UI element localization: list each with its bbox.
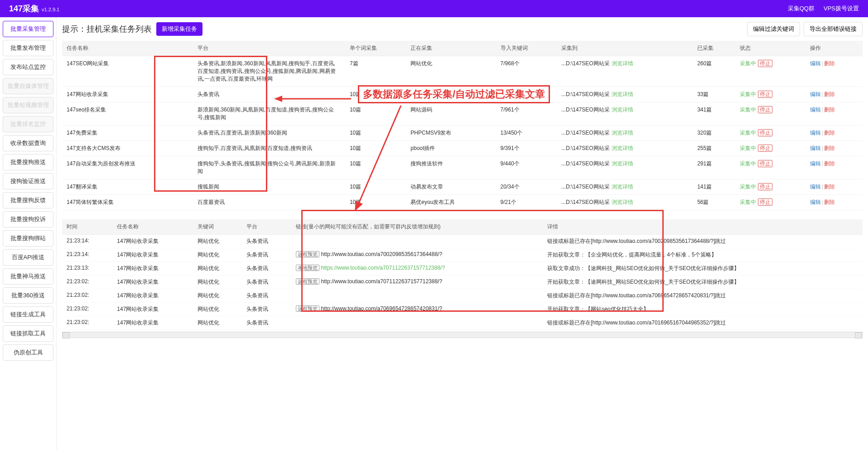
delete-link[interactable]: 删除 xyxy=(824,91,835,97)
log-keyword-cell: 网站优化 xyxy=(193,303,242,316)
log-platform-cell: 头条资讯 xyxy=(242,235,291,248)
view-detail-link[interactable]: 浏览详情 xyxy=(612,160,633,167)
stop-button[interactable]: 停止 xyxy=(758,198,772,206)
collected-cell: 320篇 xyxy=(693,126,735,141)
sidebar-item-2[interactable]: 发布站点监控 xyxy=(3,59,53,75)
log-platform-cell: 头条资讯 xyxy=(242,289,291,303)
sidebar-item-14[interactable]: 批量360推送 xyxy=(3,287,53,304)
op-cell: 编辑|删除 xyxy=(805,87,863,102)
edit-filter-button[interactable]: 编辑过滤关键词 xyxy=(747,22,800,36)
view-detail-link[interactable]: 浏览详情 xyxy=(612,184,633,190)
collect-to-cell: ...D:\147SEO网站采浏览详情 xyxy=(557,179,693,195)
delete-link[interactable]: 删除 xyxy=(824,184,835,190)
collecting-cell: 易优eyou发布工具 xyxy=(406,195,496,210)
edit-link[interactable]: 编辑 xyxy=(810,130,821,136)
status-badge: 采集中 xyxy=(740,106,756,113)
collecting-cell: PHPCMSV9发布 xyxy=(406,126,496,141)
qq-group-link[interactable]: 采集QQ群 xyxy=(788,5,815,13)
log-time-cell: 21:23:02: xyxy=(62,276,112,289)
op-cell: 编辑|删除 xyxy=(805,195,863,210)
edit-link[interactable]: 编辑 xyxy=(810,145,821,151)
edit-link[interactable]: 编辑 xyxy=(810,184,821,190)
task-header-cell: 平台 xyxy=(193,41,345,56)
sidebar-item-1[interactable]: 批量发布管理 xyxy=(3,40,53,56)
task-header-cell: 导入关键词 xyxy=(496,41,557,56)
app-header: 147采集 v1.2.9.1 采集QQ群 VPS拨号设置 xyxy=(0,0,868,17)
delete-link[interactable]: 删除 xyxy=(824,199,835,205)
stop-button[interactable]: 停止 xyxy=(758,145,772,152)
log-platform-cell: 头条资讯 xyxy=(242,248,291,262)
sidebar-item-10[interactable]: 批量搜狗投诉 xyxy=(3,211,53,227)
collected-cell: 141篇 xyxy=(693,179,735,195)
horizontal-scrollbar[interactable] xyxy=(62,332,863,338)
delete-link[interactable]: 删除 xyxy=(824,160,835,167)
sidebar-item-5: 批量排名监控 xyxy=(3,116,53,132)
platform-cell: 百度最资讯 xyxy=(193,195,345,210)
keywords-cell: 7/968个 xyxy=(496,56,557,87)
task-header-cell: 已采集 xyxy=(693,41,735,56)
sidebar-item-7[interactable]: 批量搜狗推送 xyxy=(3,154,53,170)
log-detail-cell: 链接或标题已存在[http://www.toutiao.com/a7016965… xyxy=(543,316,863,330)
view-detail-link[interactable]: 浏览详情 xyxy=(612,60,633,67)
log-time-cell: 21:23:14: xyxy=(62,235,112,248)
collected-cell: 341篇 xyxy=(693,102,735,126)
delete-link[interactable]: 删除 xyxy=(824,106,835,113)
sidebar-item-12[interactable]: 百度API推送 xyxy=(3,249,53,266)
sidebar-item-9[interactable]: 批量搜狗反馈 xyxy=(3,192,53,208)
sidebar-item-0[interactable]: 批量采集管理 xyxy=(3,21,53,37)
stop-button[interactable]: 停止 xyxy=(758,106,772,113)
status-cell: 采集中停止 xyxy=(735,179,805,195)
stop-button[interactable]: 停止 xyxy=(758,183,772,190)
view-detail-link[interactable]: 浏览详情 xyxy=(612,106,633,113)
log-time-cell: 21:23:02: xyxy=(62,316,112,330)
stop-button[interactable]: 停止 xyxy=(758,129,772,136)
status-badge: 采集中 xyxy=(740,145,756,151)
task-header-cell: 状态 xyxy=(735,41,805,56)
stop-button[interactable]: 停止 xyxy=(758,160,772,167)
log-header-cell: 任务名称 xyxy=(112,219,193,235)
log-platform-cell: 头条资讯 xyxy=(242,276,291,289)
status-cell: 采集中停止 xyxy=(735,141,805,156)
op-cell: 编辑|删除 xyxy=(805,156,863,179)
view-detail-link[interactable]: 浏览详情 xyxy=(612,199,633,205)
log-platform-cell: 头条资讯 xyxy=(242,262,291,276)
sidebar-item-11[interactable]: 批量搜狗绑站 xyxy=(3,230,53,247)
edit-link[interactable]: 编辑 xyxy=(810,60,821,67)
add-task-button[interactable]: 新增采集任务 xyxy=(156,22,203,36)
collected-cell: 56篇 xyxy=(693,195,735,210)
collected-cell: 291篇 xyxy=(693,156,735,179)
view-detail-link[interactable]: 浏览详情 xyxy=(612,91,633,97)
sidebar-item-6[interactable]: 收录数据查询 xyxy=(3,135,53,151)
vps-settings-link[interactable]: VPS拨号设置 xyxy=(824,5,859,13)
task-name-cell: 147简体转繁体采集 xyxy=(62,195,193,210)
log-task-cell: 147网站收录采集 xyxy=(112,262,193,276)
sidebar-item-8[interactable]: 搜狗验证推送 xyxy=(3,173,53,189)
delete-link[interactable]: 删除 xyxy=(824,145,835,151)
keywords-cell: 13/450个 xyxy=(496,126,557,141)
sidebar-item-16[interactable]: 链接抓取工具 xyxy=(3,325,53,342)
view-detail-link[interactable]: 浏览详情 xyxy=(612,130,633,136)
log-header-cell: 平台 xyxy=(242,219,291,235)
log-keyword-cell: 网站优化 xyxy=(193,248,242,262)
sidebar-item-13[interactable]: 批量神马推送 xyxy=(3,268,53,285)
status-cell: 采集中停止 xyxy=(735,87,805,102)
edit-link[interactable]: 编辑 xyxy=(810,199,821,205)
delete-link[interactable]: 删除 xyxy=(824,60,835,67)
stop-button[interactable]: 停止 xyxy=(758,91,772,98)
sidebar-item-15[interactable]: 链接生成工具 xyxy=(3,306,53,323)
app-version: v1.2.9.1 xyxy=(42,7,59,12)
op-cell: 编辑|删除 xyxy=(805,102,863,126)
export-errors-button[interactable]: 导出全部错误链接 xyxy=(804,22,863,36)
log-task-cell: 147网站收录采集 xyxy=(112,235,193,248)
log-keyword-cell: 网站优化 xyxy=(193,316,242,330)
log-time-cell: 21:23:02: xyxy=(62,289,112,303)
stop-button[interactable]: 停止 xyxy=(758,60,772,67)
edit-link[interactable]: 编辑 xyxy=(810,91,821,97)
view-detail-link[interactable]: 浏览详情 xyxy=(612,145,633,151)
status-cell: 采集中停止 xyxy=(735,102,805,126)
edit-link[interactable]: 编辑 xyxy=(810,160,821,167)
delete-link[interactable]: 删除 xyxy=(824,130,835,136)
op-cell: 编辑|删除 xyxy=(805,56,863,87)
sidebar-item-17[interactable]: 伪原创工具 xyxy=(3,344,53,361)
edit-link[interactable]: 编辑 xyxy=(810,106,821,113)
